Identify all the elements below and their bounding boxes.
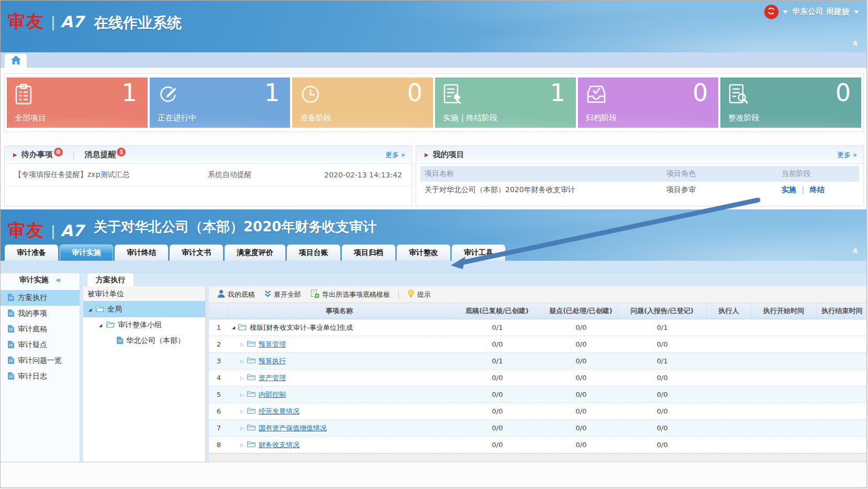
subtab-plan-execution[interactable]: 方案执行 xyxy=(87,273,133,286)
item-link[interactable]: 内部控制 xyxy=(259,390,286,399)
tab-项目台账[interactable]: 项目台账 xyxy=(287,244,340,261)
horizontal-scrollbar[interactable] xyxy=(209,453,867,462)
tab-项目归档[interactable]: 项目归档 xyxy=(342,244,395,261)
row-collapsed-icon[interactable]: ▷ xyxy=(240,426,244,431)
draft-count: 0/0 xyxy=(450,374,544,382)
sidebar-item-我的事项[interactable]: 我的事项 xyxy=(1,306,80,321)
table-row: 2▷预算管理0/00/00/0 xyxy=(209,336,867,353)
collapse-header-icon[interactable]: « xyxy=(850,40,862,47)
row-number: 3 xyxy=(209,357,229,365)
sidebar-item-审计底稿[interactable]: 审计底稿 xyxy=(1,321,80,337)
project-name[interactable]: 关于对华北公司（本部）2020年财务收支审计 xyxy=(420,185,666,195)
tab-message-reminder[interactable]: 消息提醒 xyxy=(84,150,116,160)
stat-card[interactable]: 0准备阶段 xyxy=(292,77,433,128)
toolbar-button-展开全部[interactable]: 展开全部 xyxy=(261,290,304,299)
sidebar-item-审计疑点[interactable]: 审计疑点 xyxy=(1,337,80,353)
stat-card[interactable]: 1正在进行中 xyxy=(150,77,291,128)
org-user-label[interactable]: 华东公司 周建婕 xyxy=(792,7,850,17)
tab-审计文书[interactable]: 审计文书 xyxy=(170,244,223,261)
collapse-header-icon[interactable]: « xyxy=(850,248,862,254)
sidebar-item-label: 审计疑点 xyxy=(18,340,47,350)
tab-审计实施[interactable]: 审计实施 xyxy=(60,244,113,261)
row-collapsed-icon[interactable]: ▷ xyxy=(240,359,244,364)
stat-card-label: 归档阶段 xyxy=(586,113,617,123)
tree-expanded-icon[interactable]: ◢ xyxy=(98,323,103,328)
browser-tabstrip xyxy=(1,52,866,68)
row-expanded-icon[interactable]: ◢ xyxy=(232,325,235,330)
stage-link-implement[interactable]: 实施 xyxy=(782,185,796,194)
item-link[interactable]: 经营发展情况 xyxy=(259,407,299,416)
problem-count: 0/0 xyxy=(618,391,707,398)
doubt-count: 0/0 xyxy=(544,407,618,415)
row-collapsed-icon[interactable]: ▷ xyxy=(240,375,244,381)
tree-node-华北公司（本部）[interactable]: 华北公司（本部） xyxy=(83,333,205,349)
stat-card[interactable]: 1全部项目 xyxy=(7,77,148,128)
message-title[interactable]: 【专项填报任务提醒】zxp测试汇总 xyxy=(14,170,208,180)
toolbar-button-label: 导出所选事项底稿模板 xyxy=(322,290,390,299)
col-header: 问题(入报告/已登记) xyxy=(618,303,707,319)
table-row: 1◢模版[财务收支审计-事业单位]生成0/10/00/1 xyxy=(209,319,867,336)
project-title: 关于对华北公司（本部）2020年财务收支审计 xyxy=(94,218,376,236)
item-link[interactable]: 财务收支情况 xyxy=(259,440,299,450)
stat-card[interactable]: 1实施 | 终结阶段 xyxy=(435,77,576,128)
chevron-down-icon[interactable] xyxy=(783,10,788,14)
panel-marker-icon: ▶ xyxy=(13,152,17,158)
chevron-down-icon[interactable] xyxy=(854,10,859,14)
todo-more-link[interactable]: 更多 » xyxy=(385,150,405,160)
message-row[interactable]: 【专项填报任务提醒】zxp测试汇总 系统自动提醒 2020-02-13 14:1… xyxy=(5,164,411,186)
tree-node-审计整体小组[interactable]: ◢审计整体小组 xyxy=(83,317,205,333)
col-row-number xyxy=(209,303,229,319)
stat-card[interactable]: 0整改阶段 xyxy=(720,77,861,128)
sidebar-item-审计问题一览[interactable]: 审计问题一览 xyxy=(1,353,80,369)
draft-count: 0/0 xyxy=(450,441,544,449)
item-link[interactable]: 预算管理 xyxy=(259,340,286,349)
tree-expanded-icon[interactable]: ◢ xyxy=(87,307,93,312)
row-number: 7 xyxy=(209,424,229,432)
row-collapsed-icon[interactable]: ▷ xyxy=(240,442,244,448)
stat-card-value: 0 xyxy=(836,79,851,107)
stat-card-value: 0 xyxy=(407,79,422,107)
item-name-cell: ▷财务收支情况 xyxy=(229,440,450,450)
brand-suffix: A7 xyxy=(61,13,84,31)
row-collapsed-icon[interactable]: ▷ xyxy=(240,392,244,397)
table-row: 4▷资产管理0/00/00/0 xyxy=(209,370,867,386)
tab-审计整改[interactable]: 审计整改 xyxy=(397,244,450,261)
doc-icon xyxy=(8,372,14,381)
message-source: 系统自动提醒 xyxy=(208,170,318,180)
tab-审计终结[interactable]: 审计终结 xyxy=(115,244,168,261)
row-number: 5 xyxy=(209,391,229,398)
sync-icon[interactable] xyxy=(764,5,778,19)
export-icon xyxy=(310,290,319,299)
tab-审计工具[interactable]: 审计工具 xyxy=(452,244,505,261)
sidebar-collapse-icon[interactable]: « xyxy=(56,275,61,285)
brand-text: 审友 xyxy=(8,219,44,242)
page-bottom-space xyxy=(1,462,866,488)
row-collapsed-icon[interactable]: ▷ xyxy=(240,409,244,414)
toolbar-button-我的底稿[interactable]: 我的底稿 xyxy=(214,290,258,299)
toolbar-button-导出所选事项底稿模板[interactable]: 导出所选事项底稿模板 xyxy=(307,290,393,299)
problem-count: 0/0 xyxy=(618,374,707,382)
toolbar-button-提示[interactable]: 提示 xyxy=(404,290,434,299)
doc-icon xyxy=(8,357,14,365)
tree-node-label: 华北公司（本部） xyxy=(126,336,185,346)
item-link[interactable]: 国有资产保值增值情况 xyxy=(259,424,327,433)
item-link[interactable]: 预算执行 xyxy=(259,357,286,366)
app-logo: 审友 | A7 xyxy=(8,219,84,242)
item-link[interactable]: 资产管理 xyxy=(259,373,286,383)
home-tab[interactable] xyxy=(5,54,27,68)
row-collapsed-icon[interactable]: ▷ xyxy=(240,342,244,347)
tab-todo-items[interactable]: 待办事项 xyxy=(21,150,53,160)
panel-marker-icon: ▶ xyxy=(425,152,429,158)
projects-more-link[interactable]: 更多 » xyxy=(837,150,857,160)
tree-node-全局[interactable]: ◢全局 xyxy=(83,302,205,317)
toolbar-button-label: 提示 xyxy=(417,290,431,299)
sidebar-item-审计日志[interactable]: 审计日志 xyxy=(1,369,80,384)
sidebar-item-label: 方案执行 xyxy=(18,293,47,303)
stage-link-conclude[interactable]: 终结 xyxy=(810,185,825,194)
item-name-cell: ▷预算执行 xyxy=(229,357,450,366)
stat-card[interactable]: 0归档阶段 xyxy=(578,77,719,128)
sidebar-item-方案执行[interactable]: 方案执行 xyxy=(1,290,80,306)
tab-满意度评价[interactable]: 满意度评价 xyxy=(225,244,285,261)
items-table-area: 我的底稿展开全部导出所选事项底稿模板提示 事项名称底稿(已复核/已创建)疑点(已… xyxy=(209,286,867,462)
tab-审计准备[interactable]: 审计准备 xyxy=(5,244,58,261)
